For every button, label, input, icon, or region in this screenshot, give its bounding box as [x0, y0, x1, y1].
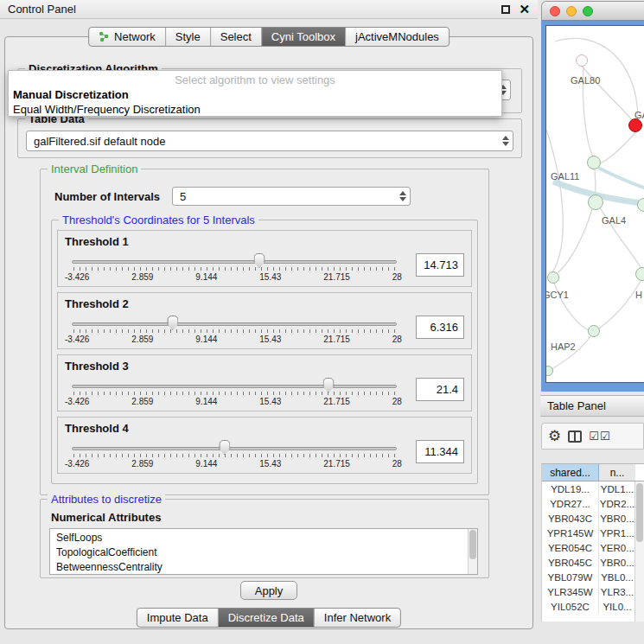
attribute-item[interactable]: BetweennessCentrality [56, 560, 465, 575]
network-node[interactable] [576, 54, 588, 67]
slider-ticks [73, 267, 395, 271]
minimize-traffic-light[interactable] [566, 6, 577, 16]
slider-thumb[interactable] [167, 316, 178, 330]
slider-thumb[interactable] [254, 253, 265, 268]
tab-impute-data[interactable]: Impute Data [137, 609, 219, 627]
cyni-toolbox-panel: Discretization Algorithm Select algorith… [4, 36, 533, 629]
table-row[interactable]: YDL19...YDL1... [542, 481, 644, 496]
network-node[interactable] [588, 325, 600, 337]
tab-discretize-data[interactable]: Discretize Data [219, 609, 315, 627]
column-header-name[interactable]: n... [599, 464, 635, 481]
scale-tick-label: 15.43 [259, 397, 281, 406]
scale-tick-label: 2.859 [131, 397, 153, 406]
table-cell: YPR1... [599, 526, 635, 540]
zoom-traffic-light[interactable] [583, 6, 593, 16]
table-cell: YER054C [542, 540, 599, 555]
threshold-slider[interactable]: -3.4262.8599.14415.4321.71528 [72, 440, 397, 473]
slider-thumb[interactable] [323, 378, 335, 392]
interval-definition-group-title: Interval Definition [48, 163, 141, 175]
close-icon[interactable]: ✕ [519, 5, 530, 14]
slider-track[interactable] [72, 260, 397, 264]
table-cell: YPR145W [542, 526, 599, 540]
scale-tick-label: 2.859 [131, 272, 153, 282]
scale-tick-label: 9.144 [195, 272, 217, 282]
numerical-attributes-list[interactable]: SelfLoopsTopologicalCoefficientBetweenne… [49, 528, 478, 575]
number-of-intervals-select[interactable]: 5 [172, 187, 411, 206]
network-canvas[interactable]: GAL80GAGAL11GAL4GCY1HHAP2 [545, 25, 644, 383]
threshold-slider[interactable]: -3.4262.8599.14415.4321.71528 [72, 316, 397, 348]
column-header-shared-name[interactable]: shared... [542, 464, 599, 481]
bottom-tab-bar: Impute Data Discretize Data Infer Networ… [137, 608, 401, 628]
right-panel: GAL80GAGAL11GAL4GCY1HHAP2 Table Panel ⚙ … [540, 0, 644, 644]
threshold-box: Threshold 2 -3.4262.8599.14415.4321.7152… [57, 292, 472, 349]
slider-scale: -3.4262.8599.14415.4321.71528 [65, 272, 402, 282]
slider-track[interactable] [72, 322, 397, 326]
attribute-item[interactable]: SelfLoops [56, 531, 465, 545]
table-row[interactable]: YDR27...YDR2... [542, 496, 644, 511]
table-header-row: shared... n... [542, 464, 644, 481]
threshold-value-field[interactable]: 21.4 [416, 378, 464, 401]
tab-infer-network[interactable]: Infer Network [315, 609, 400, 627]
slider-thumb[interactable] [219, 440, 230, 455]
apply-button[interactable]: Apply [240, 581, 297, 600]
table-cell: YBR045C [542, 555, 599, 570]
network-node[interactable] [547, 271, 559, 284]
close-traffic-light[interactable] [550, 6, 560, 16]
table-row[interactable]: YER054CYER0... [542, 540, 644, 555]
threshold-value-field[interactable]: 6.316 [416, 316, 464, 339]
table-toolbar: ⚙ ☑☑ [541, 423, 644, 450]
table-row[interactable]: YBR045CYBR0... [542, 555, 644, 570]
network-node[interactable] [588, 194, 603, 210]
slider-track[interactable] [72, 385, 397, 388]
list-scrollbar[interactable] [468, 529, 477, 574]
network-node[interactable] [635, 267, 644, 281]
table-row[interactable]: YLR345WYLR3... [542, 584, 644, 599]
dropdown-option-manual-discretization[interactable]: Manual Discretization [9, 87, 501, 102]
control-panel-titlebar: Control Panel ✕ [0, 0, 538, 19]
table-cell: YDR27... [542, 496, 599, 511]
slider-scale: -3.4262.8599.14415.4321.71528 [65, 459, 402, 469]
slider-ticks [73, 392, 395, 395]
table-row[interactable]: YBL079WYBL0... [542, 570, 644, 584]
table-row[interactable]: YIL052CYIL0... [542, 599, 644, 614]
slider-track[interactable] [72, 447, 397, 450]
table-panel-title: Table Panel [547, 399, 606, 412]
float-window-icon[interactable] [501, 5, 510, 14]
columns-icon[interactable] [568, 430, 582, 443]
threshold-box: Threshold 1 -3.4262.8599.14415.4321.7152… [57, 230, 472, 287]
table-cell: YDR2... [599, 496, 635, 511]
thresholds-coordinates-group-title: Threshold's Coordinates for 5 Intervals [59, 214, 258, 226]
threshold-slider[interactable]: -3.4262.8599.14415.4321.71528 [72, 253, 397, 286]
attributes-to-discretize-group: Attributes to discretize Numerical Attri… [40, 499, 489, 578]
scale-tick-label: 28 [392, 335, 402, 344]
window-title: Control Panel [8, 3, 76, 16]
threshold-value-field[interactable]: 11.344 [416, 440, 464, 463]
scale-tick-label: -3.426 [65, 397, 89, 406]
table-data-select[interactable]: galFiltered.sif default node [26, 131, 513, 151]
table-panel-header: Table Panel [540, 395, 644, 417]
tab-style[interactable]: Style [166, 28, 211, 46]
network-node-label: GAL80 [571, 75, 600, 86]
threshold-value-field[interactable]: 14.713 [416, 253, 464, 277]
table-scrollbar[interactable] [634, 481, 644, 622]
tab-jactivemnodules[interactable]: jActiveMNodules [346, 28, 449, 46]
table-cell: YBR0... [599, 511, 635, 526]
tab-network[interactable]: Network [89, 28, 166, 46]
table-cell: YIL0... [599, 599, 635, 614]
tab-cyni-toolbox[interactable]: Cyni Toolbox [262, 28, 346, 46]
network-view-frame: GAL80GAGAL11GAL4GCY1HHAP2 [541, 21, 644, 392]
dropdown-option-equal-width-frequency[interactable]: Equal Width/Frequency Discretization [9, 102, 501, 117]
table-cell: YDL19... [542, 481, 599, 496]
network-node[interactable] [587, 156, 601, 169]
scale-tick-label: 15.43 [259, 335, 281, 344]
scale-tick-label: 9.144 [195, 459, 217, 469]
network-node-selected[interactable] [628, 118, 642, 132]
attribute-item[interactable]: TopologicalCoefficient [56, 545, 465, 560]
settings-gear-icon[interactable]: ⚙ [548, 429, 561, 443]
slider-ticks [73, 454, 395, 457]
threshold-slider[interactable]: -3.4262.8599.14415.4321.71528 [72, 378, 397, 411]
table-row[interactable]: YPR145WYPR1... [542, 526, 644, 540]
tab-select[interactable]: Select [211, 28, 262, 46]
table-row[interactable]: YBR043CYBR0... [542, 511, 644, 526]
select-all-checkbox-icon[interactable]: ☑☑ [589, 430, 610, 443]
